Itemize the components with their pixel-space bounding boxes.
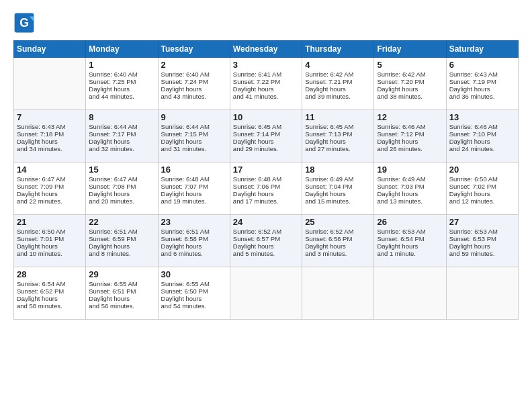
table-row xyxy=(14,58,86,110)
day-number: 22 xyxy=(89,217,154,227)
table-row: 30Sunrise: 6:55 AMSunset: 6:50 PMDayligh… xyxy=(158,267,230,320)
day-number: 8 xyxy=(89,112,154,122)
page-header: G xyxy=(13,12,519,34)
table-row: 29Sunrise: 6:55 AMSunset: 6:51 PMDayligh… xyxy=(86,267,158,320)
day-number: 20 xyxy=(449,165,515,175)
col-header-sunday: Sunday xyxy=(14,41,86,58)
table-row xyxy=(230,267,302,320)
col-header-friday: Friday xyxy=(374,41,446,58)
day-number: 27 xyxy=(449,217,515,227)
day-number: 3 xyxy=(233,60,299,70)
logo: G xyxy=(13,12,39,34)
table-row xyxy=(446,267,518,320)
table-row: 6Sunrise: 6:43 AMSunset: 7:19 PMDaylight… xyxy=(446,58,518,110)
logo-icon: G xyxy=(13,12,35,34)
table-row: 9Sunrise: 6:44 AMSunset: 7:15 PMDaylight… xyxy=(158,110,230,163)
table-row: 28Sunrise: 6:54 AMSunset: 6:52 PMDayligh… xyxy=(14,267,86,320)
day-number: 30 xyxy=(161,269,227,279)
day-number: 14 xyxy=(17,165,83,175)
calendar-table: SundayMondayTuesdayWednesdayThursdayFrid… xyxy=(13,40,519,320)
day-number: 16 xyxy=(161,165,227,175)
col-header-saturday: Saturday xyxy=(446,41,518,58)
day-number: 29 xyxy=(89,269,154,279)
table-row: 19Sunrise: 6:49 AMSunset: 7:03 PMDayligh… xyxy=(374,163,446,215)
day-number: 11 xyxy=(305,112,371,122)
day-number: 25 xyxy=(305,217,371,227)
day-number: 18 xyxy=(305,165,371,175)
day-number: 28 xyxy=(17,269,83,279)
day-number: 1 xyxy=(89,60,154,70)
day-number: 4 xyxy=(305,60,371,70)
day-number: 9 xyxy=(161,112,227,122)
table-row: 5Sunrise: 6:42 AMSunset: 7:20 PMDaylight… xyxy=(374,58,446,110)
table-row: 10Sunrise: 6:45 AMSunset: 7:14 PMDayligh… xyxy=(230,110,302,163)
table-row: 23Sunrise: 6:51 AMSunset: 6:58 PMDayligh… xyxy=(158,215,230,267)
table-row: 24Sunrise: 6:52 AMSunset: 6:57 PMDayligh… xyxy=(230,215,302,267)
table-row: 18Sunrise: 6:49 AMSunset: 7:04 PMDayligh… xyxy=(302,163,374,215)
table-row: 7Sunrise: 6:43 AMSunset: 7:18 PMDaylight… xyxy=(14,110,86,163)
table-row: 25Sunrise: 6:52 AMSunset: 6:56 PMDayligh… xyxy=(302,215,374,267)
day-number: 21 xyxy=(17,217,83,227)
day-number: 26 xyxy=(377,217,443,227)
day-number: 24 xyxy=(233,217,299,227)
table-row: 4Sunrise: 6:42 AMSunset: 7:21 PMDaylight… xyxy=(302,58,374,110)
table-row: 15Sunrise: 6:47 AMSunset: 7:08 PMDayligh… xyxy=(86,163,158,215)
day-number: 6 xyxy=(449,60,515,70)
day-number: 19 xyxy=(377,165,443,175)
table-row xyxy=(374,267,446,320)
day-number: 2 xyxy=(161,60,227,70)
day-number: 13 xyxy=(449,112,515,122)
table-row: 2Sunrise: 6:40 AMSunset: 7:24 PMDaylight… xyxy=(158,58,230,110)
col-header-tuesday: Tuesday xyxy=(158,41,230,58)
table-row: 22Sunrise: 6:51 AMSunset: 6:59 PMDayligh… xyxy=(86,215,158,267)
table-row: 26Sunrise: 6:53 AMSunset: 6:54 PMDayligh… xyxy=(374,215,446,267)
table-row: 20Sunrise: 6:50 AMSunset: 7:02 PMDayligh… xyxy=(446,163,518,215)
day-number: 10 xyxy=(233,112,299,122)
table-row: 16Sunrise: 6:48 AMSunset: 7:07 PMDayligh… xyxy=(158,163,230,215)
col-header-wednesday: Wednesday xyxy=(230,41,302,58)
table-row: 27Sunrise: 6:53 AMSunset: 6:53 PMDayligh… xyxy=(446,215,518,267)
col-header-monday: Monday xyxy=(86,41,158,58)
table-row: 17Sunrise: 6:48 AMSunset: 7:06 PMDayligh… xyxy=(230,163,302,215)
table-row: 13Sunrise: 6:46 AMSunset: 7:10 PMDayligh… xyxy=(446,110,518,163)
table-row: 12Sunrise: 6:46 AMSunset: 7:12 PMDayligh… xyxy=(374,110,446,163)
table-row: 21Sunrise: 6:50 AMSunset: 7:01 PMDayligh… xyxy=(14,215,86,267)
table-row: 14Sunrise: 6:47 AMSunset: 7:09 PMDayligh… xyxy=(14,163,86,215)
day-number: 15 xyxy=(89,165,154,175)
svg-text:G: G xyxy=(19,16,29,30)
day-number: 7 xyxy=(17,112,83,122)
day-number: 5 xyxy=(377,60,443,70)
table-row: 11Sunrise: 6:45 AMSunset: 7:13 PMDayligh… xyxy=(302,110,374,163)
day-number: 23 xyxy=(161,217,227,227)
day-number: 12 xyxy=(377,112,443,122)
table-row: 1Sunrise: 6:40 AMSunset: 7:25 PMDaylight… xyxy=(86,58,158,110)
table-row: 8Sunrise: 6:44 AMSunset: 7:17 PMDaylight… xyxy=(86,110,158,163)
day-number: 17 xyxy=(233,165,299,175)
table-row: 3Sunrise: 6:41 AMSunset: 7:22 PMDaylight… xyxy=(230,58,302,110)
col-header-thursday: Thursday xyxy=(302,41,374,58)
table-row xyxy=(302,267,374,320)
